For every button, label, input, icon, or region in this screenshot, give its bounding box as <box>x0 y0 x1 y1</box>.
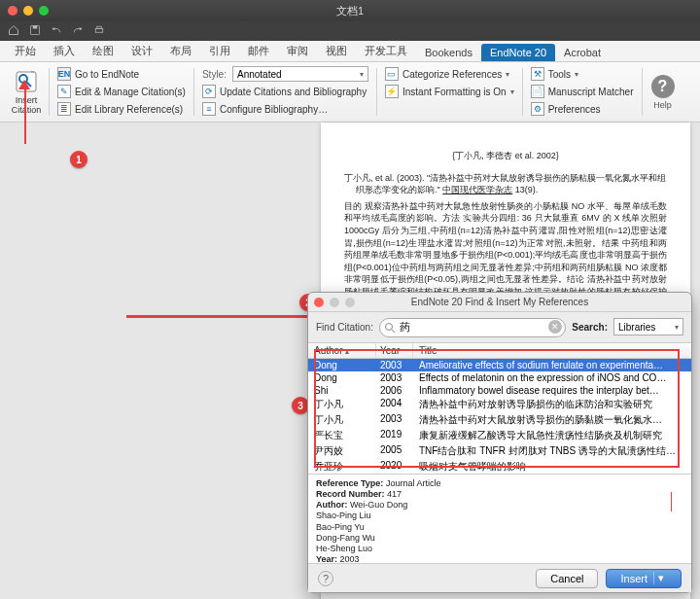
result-row[interactable]: 丁小凡2003清热补益中药对大鼠放射诱导损伤的肠黏膜一氧化氮水… <box>308 412 691 428</box>
tab-EndNote 20[interactable]: EndNote 20 <box>481 44 555 61</box>
tab-开发工具[interactable]: 开发工具 <box>356 41 416 61</box>
redo-icon[interactable] <box>72 22 84 40</box>
annotation-marker-1: 1 <box>70 151 88 168</box>
home-icon[interactable] <box>8 22 19 40</box>
author-value: Wei-Guo Dong <box>350 500 407 510</box>
author-label: Author: <box>316 500 348 510</box>
row-year: 2003 <box>376 371 413 384</box>
column-author[interactable]: Author ▴ <box>308 343 376 358</box>
column-year[interactable]: Year <box>376 343 413 358</box>
chevron-down-icon: ▾ <box>360 70 364 79</box>
save-icon[interactable] <box>29 22 41 40</box>
tab-布局[interactable]: 布局 <box>161 41 200 61</box>
edit-library-refs-button[interactable]: ≣ Edit Library Reference(s) <box>57 101 186 117</box>
tab-插入[interactable]: 插入 <box>45 41 84 61</box>
search-icon <box>384 320 396 337</box>
search-button[interactable]: Search: <box>572 322 608 333</box>
tab-Bookends[interactable]: Bookends <box>416 44 481 61</box>
document-title: 文档1 <box>336 4 364 18</box>
rec-num-value: 417 <box>387 489 402 499</box>
row-author: Shi <box>308 384 376 397</box>
temporary-citation[interactable]: {丁小凡, 李德杏 et al. 2002} <box>344 150 667 162</box>
help-button[interactable]: ? Help <box>645 66 682 118</box>
update-citations-button[interactable]: ⟳ Update Citations and Bibliography <box>202 84 368 99</box>
result-row[interactable]: 尹丙姣2005TNF结合肽和 TNFR 封闭肽对 TNBS 诱导的大鼠溃疡性结… <box>308 443 691 459</box>
format-group: ▭ Categorize References ▾ ⚡ Instant Form… <box>379 66 520 118</box>
cancel-button[interactable]: Cancel <box>536 569 598 588</box>
instant-formatting-button[interactable]: ⚡ Instant Formatting is On ▾ <box>385 84 514 99</box>
tab-绘图[interactable]: 绘图 <box>84 41 122 61</box>
insert-button[interactable]: Insert ▾ <box>606 569 682 588</box>
result-row[interactable]: 丁小凡2004清热补益中药对放射诱导肠损伤的临床防治和实验研究 <box>308 397 691 412</box>
row-year: 2019 <box>376 428 413 443</box>
results-list[interactable]: Dong2003Ameliorative effects of sodium f… <box>308 359 691 474</box>
help-label: Help <box>653 100 672 110</box>
search-input[interactable] <box>379 318 566 337</box>
close-icon[interactable] <box>8 6 18 16</box>
result-row[interactable]: 乔亚珍2020吸烟对支气管哮喘的影响 <box>308 459 691 474</box>
print-icon[interactable] <box>93 22 105 40</box>
edit-manage-citations-button[interactable]: ✎ Edit & Manage Citation(s) <box>57 84 186 99</box>
result-row[interactable]: Shi2006Inflammatory bowel disease requir… <box>308 384 691 397</box>
go-to-endnote-button[interactable]: EN Go to EndNote <box>57 66 186 82</box>
dialog-traffic-lights[interactable] <box>308 298 355 307</box>
row-title: Effects of melatonin on the expression o… <box>413 371 691 384</box>
close-icon[interactable] <box>314 298 324 307</box>
detail-year-label: Year: <box>316 554 337 563</box>
svg-rect-1 <box>33 26 38 29</box>
dialog-help-button[interactable]: ? <box>318 571 333 586</box>
traffic-lights[interactable] <box>0 6 49 16</box>
minimize-icon[interactable] <box>23 6 33 16</box>
tab-设计[interactable]: 设计 <box>122 41 161 61</box>
gear-icon: ⚙ <box>531 102 544 116</box>
result-row[interactable]: Dong2003Ameliorative effects of sodium f… <box>308 359 691 371</box>
column-title[interactable]: Title <box>413 343 691 358</box>
chevron-down-icon[interactable]: ▾ <box>653 572 667 584</box>
tab-引用[interactable]: 引用 <box>200 41 239 61</box>
manuscript-matcher-button[interactable]: 📄 Manuscript Matcher <box>531 84 634 99</box>
zoom-icon[interactable] <box>39 6 49 16</box>
wrench-icon: ⚒ <box>531 67 544 81</box>
preferences-label: Preferences <box>548 104 601 115</box>
search-field-wrap: ✕ <box>379 317 566 337</box>
tab-审阅[interactable]: 审阅 <box>278 41 317 61</box>
style-label: Style: <box>202 69 227 80</box>
row-title: 清热补益中药对放射诱导肠损伤的临床防治和实验研究 <box>413 397 691 412</box>
tab-开始[interactable]: 开始 <box>6 41 45 61</box>
window-titlebar: 文档1 <box>0 0 700 21</box>
row-year: 2020 <box>376 459 413 474</box>
undo-icon[interactable] <box>51 22 62 40</box>
chevron-down-icon: ▾ <box>510 88 514 96</box>
find-insert-dialog: EndNote 20 Find & Insert My References F… <box>307 292 692 593</box>
categorize-refs-button[interactable]: ▭ Categorize References ▾ <box>385 66 514 82</box>
row-year: 2006 <box>376 384 413 397</box>
tab-视图[interactable]: 视图 <box>317 41 356 61</box>
configure-bibliography-button[interactable]: ≡ Configure Bibliography… <box>202 101 368 117</box>
ref-type-value: Journal Article <box>386 478 441 488</box>
annotation-arrow <box>24 86 26 144</box>
find-row: Find Citation: ✕ Search: Libraries ▾ <box>308 312 691 342</box>
folder-icon: ▭ <box>385 67 399 81</box>
row-title: 吸烟对支气管哮喘的影响 <box>413 459 691 474</box>
ref-type-label: Reference Type: <box>316 478 383 488</box>
go-to-endnote-label: Go to EndNote <box>75 69 139 80</box>
library-value: Libraries <box>618 322 655 333</box>
row-year: 2003 <box>376 359 413 371</box>
tools-button[interactable]: ⚒ Tools ▾ <box>531 66 634 82</box>
detail-year-value: 2003 <box>340 554 360 563</box>
endnote-badge-icon: EN <box>57 67 71 81</box>
help-icon: ? <box>651 75 675 98</box>
edit-icon: ✎ <box>57 85 71 98</box>
library-select[interactable]: Libraries ▾ <box>613 318 683 335</box>
tab-邮件[interactable]: 邮件 <box>239 41 278 61</box>
style-select[interactable]: Annotated ▾ <box>232 66 368 82</box>
bibliography-group: Style: Annotated ▾ ⟳ Update Citations an… <box>196 66 374 118</box>
result-row[interactable]: 严长宝2019康复新液缓解乙酸诱导大鼠急性溃疡性结肠炎及机制研究 <box>308 428 691 443</box>
tab-Acrobat[interactable]: Acrobat <box>555 44 610 61</box>
row-year: 2003 <box>376 412 413 428</box>
edit-manage-label: Edit & Manage Citation(s) <box>75 87 186 97</box>
result-row[interactable]: Dong2003Effects of melatonin on the expr… <box>308 371 691 384</box>
author-extra: Shao-Ping Liu <box>316 511 683 521</box>
insert-citation-button[interactable]: ” Insert Citation <box>6 66 47 118</box>
preferences-button[interactable]: ⚙ Preferences <box>531 101 634 117</box>
